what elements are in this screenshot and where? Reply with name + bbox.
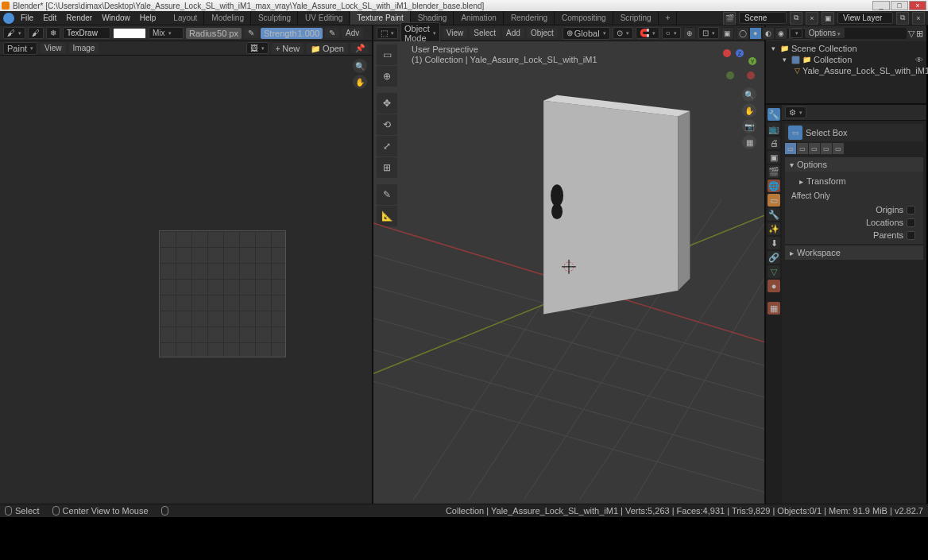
select-set-button[interactable]: ▭ [785, 143, 796, 154]
tab-viewlayer[interactable]: ▣ [768, 151, 780, 164]
blender-logo-icon[interactable] [3, 13, 14, 24]
tab-compositing[interactable]: Compositing [555, 11, 613, 25]
shading-options-dropdown[interactable] [790, 29, 802, 38]
overlay-dropdown[interactable]: ⊡ [698, 27, 719, 39]
workspace-panel-header[interactable]: ▸ Workspace [785, 245, 923, 260]
viewport-menu-view[interactable]: View [443, 28, 468, 38]
brush-link-icon[interactable]: ❄ [46, 27, 60, 39]
axis-gizmo[interactable]: Z Y [723, 49, 756, 83]
xray-toggle[interactable]: ▣ [721, 27, 734, 40]
persp-ortho-icon[interactable]: ▦ [742, 135, 756, 149]
image-menu-view[interactable]: View [41, 43, 66, 53]
viewlayer-browse-icon[interactable]: ▣ [822, 12, 834, 25]
gizmo-toggle[interactable]: ⊕ [683, 27, 696, 40]
editor-type-3d-dropdown[interactable]: ⬚ [377, 27, 398, 39]
menu-edit[interactable]: Edit [38, 12, 61, 24]
scene-browse-icon[interactable]: 🎬 [723, 12, 736, 25]
axis-neg-y-icon[interactable] [726, 71, 734, 79]
shading-rendered[interactable]: ◉ [775, 27, 787, 40]
window-minimize-button[interactable]: _ [872, 1, 890, 10]
tab-render[interactable]: 📺 [768, 122, 780, 135]
options-dropdown[interactable]: Options [805, 28, 845, 38]
orientation-dropdown[interactable]: ⊕ Global [563, 27, 610, 40]
tab-add-workspace[interactable]: + [659, 11, 678, 25]
tab-modeling[interactable]: Modeling [205, 11, 251, 25]
scene-name-input[interactable]: Scene [739, 12, 787, 24]
select-invert-button[interactable]: ▭ [821, 143, 832, 154]
select-subtract-button[interactable]: ▭ [809, 143, 820, 154]
menu-window[interactable]: Window [97, 12, 135, 24]
menu-help[interactable]: Help [135, 12, 161, 24]
tab-scene[interactable]: 🎬 [768, 165, 780, 178]
brush-browse-icon[interactable]: 🖌 [28, 27, 44, 39]
tab-texture[interactable]: ▦ [768, 302, 780, 315]
tab-mesh-data[interactable]: ▽ [768, 265, 780, 278]
viewport-3d[interactable]: User Perspective (1) Collection | Yale_A… [373, 41, 764, 504]
image-new-button[interactable]: + New [272, 43, 304, 54]
image-pin-button[interactable]: 📌 [351, 43, 369, 53]
shading-matprev[interactable]: ◐ [762, 27, 775, 40]
tab-rendering[interactable]: Rendering [505, 11, 555, 25]
radius-slider[interactable]: Radius 50 px [186, 28, 242, 39]
image-canvas[interactable] [0, 56, 372, 504]
collection-include-checkbox[interactable] [791, 56, 800, 64]
brush-color-swatch[interactable] [113, 28, 146, 39]
tab-modifiers[interactable]: 🔧 [768, 208, 780, 221]
outliner-new-collection-button[interactable]: ⊞ [916, 29, 923, 39]
pivot-dropdown[interactable]: ⊙ [613, 27, 633, 39]
tab-scripting[interactable]: Scripting [614, 11, 659, 25]
origins-checkbox[interactable] [907, 206, 915, 214]
axis-x-icon[interactable] [723, 49, 731, 57]
viewlayer-new-button[interactable]: ⧉ [896, 12, 909, 25]
tab-animation[interactable]: Animation [454, 11, 503, 25]
axis-neg-x-icon[interactable] [747, 71, 755, 79]
tab-world[interactable]: 🌐 [768, 180, 780, 192]
image-open-button[interactable]: 📁 Open [307, 43, 348, 54]
camera-view-icon[interactable]: 📷 [742, 119, 756, 133]
tab-material[interactable]: ● [768, 280, 780, 292]
proportional-dropdown[interactable]: ○ [662, 27, 681, 39]
tab-particles[interactable]: ✨ [768, 222, 780, 235]
tab-uv-editing[interactable]: UV Editing [299, 11, 350, 25]
tree-collection[interactable]: ▾ 📁 Collection 👁 [769, 54, 923, 65]
tree-scene-collection[interactable]: ▾ 📁 Scene Collection [769, 43, 923, 54]
viewlayer-delete-button[interactable]: × [912, 12, 925, 25]
tab-tool-settings[interactable]: 🔧 [768, 108, 780, 121]
paint-mode-dropdown[interactable]: Paint [3, 42, 37, 55]
viewport-menu-select[interactable]: Select [470, 28, 500, 38]
tab-physics[interactable]: ⬇ [768, 237, 780, 249]
blend-mode-dropdown[interactable]: Mix [149, 27, 184, 39]
shading-solid[interactable]: ● [749, 27, 762, 40]
snap-dropdown[interactable]: 🧲 [636, 27, 659, 39]
tab-object[interactable]: ▭ [768, 194, 780, 207]
tab-layout[interactable]: Layout [167, 11, 204, 25]
window-maximize-button[interactable]: □ [891, 1, 908, 10]
viewport-menu-add[interactable]: Add [502, 28, 524, 38]
window-close-button[interactable]: × [909, 1, 926, 10]
tab-sculpting[interactable]: Sculpting [252, 11, 298, 25]
axis-y-icon[interactable]: Y [748, 57, 756, 65]
menu-file[interactable]: File [16, 12, 38, 24]
chevron-down-icon[interactable]: ▾ [780, 56, 789, 64]
strength-slider[interactable]: Strength 1.000 [261, 28, 323, 39]
select-intersect-button[interactable]: ▭ [833, 143, 844, 154]
outliner-filter-button[interactable]: ▽ [908, 29, 914, 39]
select-extend-button[interactable]: ▭ [797, 143, 808, 154]
zoom-icon[interactable]: 🔍 [353, 59, 367, 73]
viewport-menu-object[interactable]: Object [527, 28, 558, 38]
editor-type-dropdown[interactable]: 🖌 [3, 27, 25, 39]
pan-icon[interactable]: ✋ [353, 75, 367, 89]
zoom-viewport-icon[interactable]: 🔍 [742, 87, 756, 102]
parents-checkbox[interactable] [907, 231, 915, 240]
pan-viewport-icon[interactable]: ✋ [742, 103, 756, 118]
brush-name-input[interactable]: TexDraw [63, 27, 110, 39]
transform-subpanel-header[interactable]: ▸ Transform [790, 174, 918, 188]
scene-new-button[interactable]: ⧉ [790, 12, 802, 25]
properties-type-dropdown[interactable]: ⚙ [785, 106, 806, 118]
visibility-eye-icon[interactable]: 👁 [915, 56, 923, 64]
tab-output[interactable]: 🖨 [768, 137, 780, 149]
image-menu-image[interactable]: Image [69, 43, 99, 53]
options-panel-header[interactable]: ▾ Options [785, 157, 923, 172]
locations-checkbox[interactable] [907, 218, 915, 227]
image-browse-dropdown[interactable]: 🖼 [246, 42, 269, 54]
